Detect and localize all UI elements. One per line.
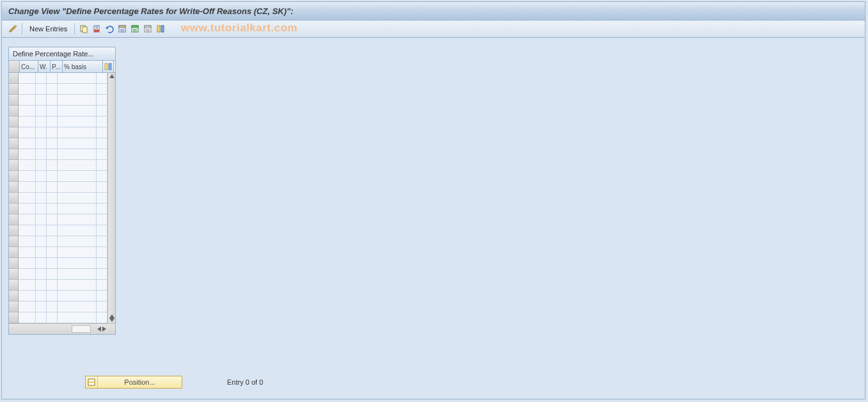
row-selector[interactable] <box>9 214 19 225</box>
table-row[interactable] <box>9 302 107 312</box>
row-selector[interactable] <box>9 149 19 160</box>
cell[interactable] <box>58 204 97 214</box>
column-header-configure[interactable] <box>103 61 114 72</box>
table-row[interactable] <box>9 204 107 214</box>
row-selector[interactable] <box>9 269 19 280</box>
row-selector[interactable] <box>9 258 19 269</box>
undo-change-icon[interactable] <box>104 23 115 35</box>
column-header-co[interactable]: Co... <box>20 61 38 72</box>
cell[interactable] <box>97 302 107 312</box>
cell[interactable] <box>47 214 58 225</box>
delete-icon[interactable] <box>91 23 102 35</box>
row-selector[interactable] <box>9 204 19 214</box>
cell[interactable] <box>47 204 58 214</box>
table-row[interactable] <box>9 127 107 138</box>
cell[interactable] <box>19 204 36 214</box>
cell[interactable] <box>58 225 97 236</box>
row-selector[interactable] <box>9 280 19 291</box>
cell[interactable] <box>19 258 36 269</box>
row-selector[interactable] <box>9 73 19 84</box>
cell[interactable] <box>47 193 58 204</box>
table-row[interactable] <box>9 160 107 171</box>
cell[interactable] <box>97 84 107 95</box>
table-row[interactable] <box>9 84 107 95</box>
cell[interactable] <box>58 236 97 247</box>
table-row[interactable] <box>9 138 107 149</box>
cell[interactable] <box>97 149 107 160</box>
cell[interactable] <box>58 106 97 117</box>
cell[interactable] <box>36 149 47 160</box>
scroll-up-icon[interactable] <box>109 74 114 78</box>
cell[interactable] <box>58 182 97 193</box>
cell[interactable] <box>97 95 107 106</box>
row-selector[interactable] <box>9 171 19 182</box>
scroll-down-icon[interactable] <box>109 318 114 322</box>
cell[interactable] <box>47 106 58 117</box>
cell[interactable] <box>58 193 97 204</box>
cell[interactable] <box>19 149 36 160</box>
row-selector[interactable] <box>9 138 19 149</box>
cell[interactable] <box>97 73 107 84</box>
cell[interactable] <box>19 73 36 84</box>
cell[interactable] <box>36 127 47 138</box>
cell[interactable] <box>97 127 107 138</box>
row-selector[interactable] <box>9 193 19 204</box>
cell[interactable] <box>36 269 47 280</box>
cell[interactable] <box>97 291 107 302</box>
table-row[interactable] <box>9 280 107 291</box>
cell[interactable] <box>36 280 47 291</box>
column-header-pct-basis[interactable]: % basis <box>63 61 103 72</box>
cell[interactable] <box>97 138 107 149</box>
cell[interactable] <box>19 280 36 291</box>
table-row[interactable] <box>9 236 107 247</box>
row-selector[interactable] <box>9 127 19 138</box>
cell[interactable] <box>97 269 107 280</box>
new-entries-button[interactable]: New Entries <box>26 22 71 35</box>
cell[interactable] <box>36 84 47 95</box>
position-button[interactable]: Position... <box>85 376 182 389</box>
table-row[interactable] <box>9 258 107 269</box>
column-header-selector[interactable] <box>9 61 20 72</box>
row-selector[interactable] <box>9 225 19 236</box>
cell[interactable] <box>97 160 107 171</box>
row-selector[interactable] <box>9 182 19 193</box>
column-header-w[interactable]: W. <box>38 61 51 72</box>
table-row[interactable] <box>9 106 107 117</box>
cell[interactable] <box>36 312 47 323</box>
cell[interactable] <box>58 280 97 291</box>
cell[interactable] <box>97 214 107 225</box>
cell[interactable] <box>47 138 58 149</box>
cell[interactable] <box>58 214 97 225</box>
cell[interactable] <box>47 247 58 258</box>
deselect-all-icon[interactable] <box>142 23 154 35</box>
cell[interactable] <box>47 236 58 247</box>
scroll-left-icon[interactable] <box>97 326 101 332</box>
cell[interactable] <box>36 193 47 204</box>
cell[interactable] <box>19 236 36 247</box>
cell[interactable] <box>97 236 107 247</box>
cell[interactable] <box>47 182 58 193</box>
cell[interactable] <box>19 138 36 149</box>
cell[interactable] <box>58 138 97 149</box>
table-row[interactable] <box>9 95 107 106</box>
cell[interactable] <box>36 182 47 193</box>
cell[interactable] <box>47 73 58 84</box>
row-selector[interactable] <box>9 117 19 127</box>
hscroll-track[interactable] <box>72 325 91 333</box>
change-display-icon[interactable] <box>7 23 19 35</box>
table-row[interactable] <box>9 117 107 127</box>
cell[interactable] <box>19 182 36 193</box>
cell[interactable] <box>36 171 47 182</box>
config-icon[interactable] <box>155 23 166 35</box>
cell[interactable] <box>19 302 36 312</box>
cell[interactable] <box>58 312 97 323</box>
scroll-right-icon[interactable] <box>102 326 106 332</box>
vertical-scrollbar[interactable] <box>107 73 115 323</box>
cell[interactable] <box>97 247 107 258</box>
cell[interactable] <box>19 269 36 280</box>
cell[interactable] <box>19 225 36 236</box>
cell[interactable] <box>47 117 58 127</box>
row-selector[interactable] <box>9 302 19 312</box>
cell[interactable] <box>58 291 97 302</box>
cell[interactable] <box>97 280 107 291</box>
